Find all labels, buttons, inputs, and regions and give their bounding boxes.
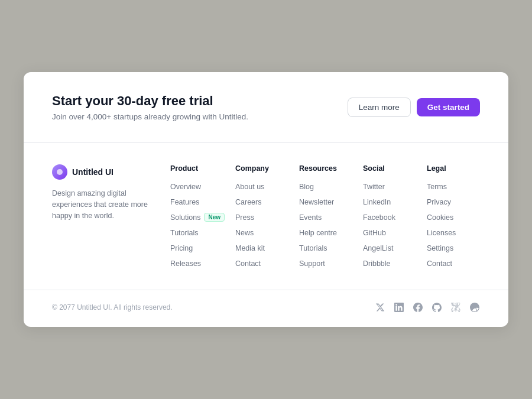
- list-item: AngelList: [363, 242, 416, 253]
- list-item: Releases: [170, 258, 225, 268]
- cta-text: Start your 30-day free trial Join over 4…: [52, 93, 248, 121]
- brand-description: Design amazing digital experiences that …: [52, 188, 156, 221]
- footer-link-dribbble[interactable]: Dribbble: [363, 259, 391, 268]
- learn-more-button[interactable]: Learn more: [348, 98, 411, 117]
- list-item: Dribbble: [363, 258, 416, 268]
- list-item: Newsletter: [299, 196, 352, 207]
- social-icons-bar: [375, 302, 480, 313]
- list-item: Tutorials: [170, 227, 225, 238]
- footer-col-product: ProductOverviewFeaturesSolutionsNewTutor…: [170, 164, 225, 273]
- footer-link-pricing[interactable]: Pricing: [170, 244, 193, 252]
- list-item: Events: [299, 212, 352, 222]
- get-started-button[interactable]: Get started: [417, 98, 480, 116]
- footer-link-tutorials[interactable]: Tutorials: [170, 229, 198, 237]
- list-item: Cookies: [427, 212, 480, 222]
- footer-link-newsletter[interactable]: Newsletter: [299, 198, 334, 206]
- list-item: Media kit: [235, 242, 288, 253]
- footer-col-title-social: Social: [363, 164, 416, 173]
- cta-section: Start your 30-day free trial Join over 4…: [24, 72, 508, 143]
- list-item: Careers: [235, 196, 288, 207]
- twitter-x-icon[interactable]: [375, 302, 385, 313]
- list-item: Twitter: [363, 181, 416, 192]
- footer-link-blog[interactable]: Blog: [299, 183, 314, 191]
- linkedin-icon[interactable]: [394, 302, 404, 313]
- footer-col-title-resources: Resources: [299, 164, 352, 173]
- list-item: Privacy: [427, 196, 480, 207]
- footer-link-about-us[interactable]: About us: [235, 183, 264, 191]
- svg-point-0: [57, 169, 63, 175]
- footer-link-press[interactable]: Press: [235, 213, 254, 222]
- footer-col-social: SocialTwitterLinkedInFacebookGitHubAngel…: [363, 164, 416, 273]
- footer-link-help-centre[interactable]: Help centre: [299, 229, 337, 237]
- angellist-icon[interactable]: [450, 302, 461, 313]
- list-item: Overview: [170, 181, 225, 192]
- footer-col-resources: ResourcesBlogNewsletterEventsHelp centre…: [299, 164, 352, 273]
- footer-link-tutorials[interactable]: Tutorials: [299, 244, 327, 252]
- list-item: Support: [299, 258, 352, 268]
- footer-link-settings[interactable]: Settings: [427, 244, 453, 252]
- list-item: SolutionsNew: [170, 212, 225, 222]
- new-badge: New: [204, 213, 225, 222]
- footer-section: Untitled UI Design amazing digital exper…: [24, 143, 508, 273]
- footer-col-company: CompanyAbout usCareersPressNewsMedia kit…: [235, 164, 288, 273]
- list-item: LinkedIn: [363, 196, 416, 207]
- footer-col-title-product: Product: [170, 164, 225, 173]
- footer-links: ProductOverviewFeaturesSolutionsNewTutor…: [170, 164, 480, 273]
- list-item: Press: [235, 212, 288, 222]
- list-item: Facebook: [363, 212, 416, 222]
- footer-link-github[interactable]: GitHub: [363, 229, 386, 237]
- list-item: About us: [235, 181, 288, 192]
- footer-link-licenses[interactable]: Licenses: [427, 229, 456, 237]
- footer-link-events[interactable]: Events: [299, 213, 322, 222]
- footer-link-facebook[interactable]: Facebook: [363, 213, 395, 222]
- list-item: Blog: [299, 181, 352, 192]
- footer-col-legal: LegalTermsPrivacyCookiesLicensesSettings…: [427, 164, 480, 273]
- cta-title: Start your 30-day free trial: [52, 93, 248, 109]
- list-item: Help centre: [299, 227, 352, 238]
- footer-col-title-company: Company: [235, 164, 288, 173]
- footer-link-twitter[interactable]: Twitter: [363, 183, 385, 191]
- footer-link-news[interactable]: News: [235, 229, 254, 237]
- list-item: News: [235, 227, 288, 238]
- facebook-icon[interactable]: [413, 302, 423, 313]
- cta-buttons: Learn more Get started: [348, 98, 480, 117]
- footer-link-terms[interactable]: Terms: [427, 183, 447, 191]
- brand-icon: [52, 164, 67, 180]
- footer-link-media-kit[interactable]: Media kit: [235, 244, 265, 252]
- footer-link-solutions[interactable]: Solutions: [170, 213, 200, 222]
- footer-col-title-legal: Legal: [427, 164, 480, 173]
- footer-link-cookies[interactable]: Cookies: [427, 213, 453, 222]
- brand-column: Untitled UI Design amazing digital exper…: [52, 164, 170, 273]
- footer-bottom: © 2077 Untitled UI. All rights reserved.: [24, 290, 508, 327]
- copyright-text: © 2077 Untitled UI. All rights reserved.: [52, 303, 173, 312]
- footer-link-careers[interactable]: Careers: [235, 198, 261, 206]
- footer-link-linkedin[interactable]: LinkedIn: [363, 198, 391, 206]
- list-item: Contact: [235, 258, 288, 268]
- list-item: GitHub: [363, 227, 416, 238]
- github-icon[interactable]: [432, 302, 442, 313]
- cta-subtitle: Join over 4,000+ startups already growin…: [52, 112, 248, 121]
- footer-link-contact[interactable]: Contact: [235, 259, 261, 268]
- main-card: Start your 30-day free trial Join over 4…: [24, 72, 508, 327]
- footer-link-releases[interactable]: Releases: [170, 259, 201, 268]
- list-item: Terms: [427, 181, 480, 192]
- footer-link-angellist[interactable]: AngelList: [363, 244, 393, 252]
- list-item: Pricing: [170, 242, 225, 253]
- list-item: Licenses: [427, 227, 480, 238]
- footer-top: Untitled UI Design amazing digital exper…: [52, 164, 480, 273]
- brand-logo: Untitled UI: [52, 164, 156, 180]
- list-item: Features: [170, 196, 225, 207]
- list-item: Tutorials: [299, 242, 352, 253]
- list-item: Contact: [427, 258, 480, 268]
- footer-link-contact[interactable]: Contact: [427, 259, 452, 268]
- footer-link-privacy[interactable]: Privacy: [427, 198, 451, 206]
- footer-link-overview[interactable]: Overview: [170, 183, 201, 191]
- footer-link-features[interactable]: Features: [170, 198, 199, 206]
- dribbble-icon[interactable]: [469, 302, 480, 313]
- footer-link-support[interactable]: Support: [299, 259, 325, 268]
- list-item: Settings: [427, 242, 480, 253]
- brand-name: Untitled UI: [72, 167, 113, 177]
